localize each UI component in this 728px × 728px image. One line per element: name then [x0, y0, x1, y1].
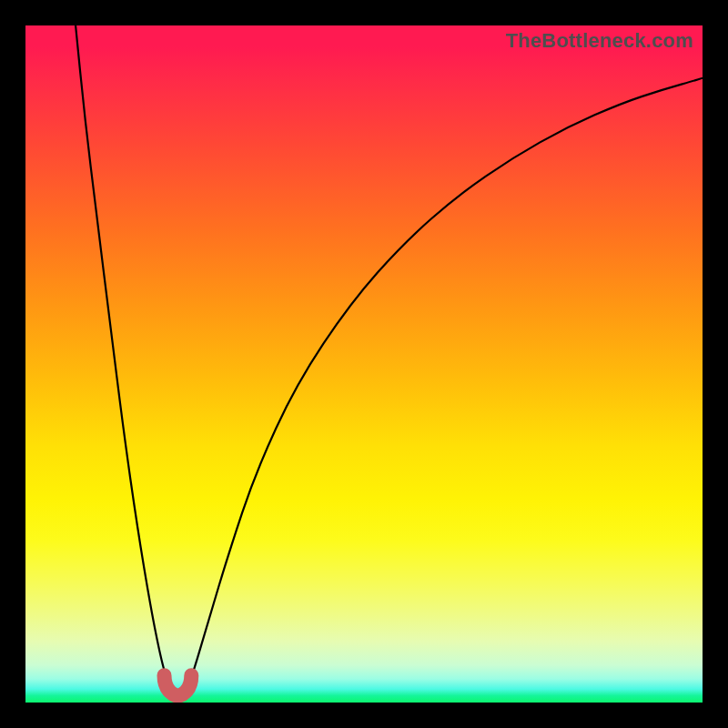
plot-area: TheBottleneck.com — [25, 25, 703, 703]
curve-right-branch — [186, 78, 703, 693]
bottleneck-curve — [25, 25, 703, 703]
trough-marker — [165, 675, 192, 695]
curve-left-branch — [76, 25, 172, 693]
